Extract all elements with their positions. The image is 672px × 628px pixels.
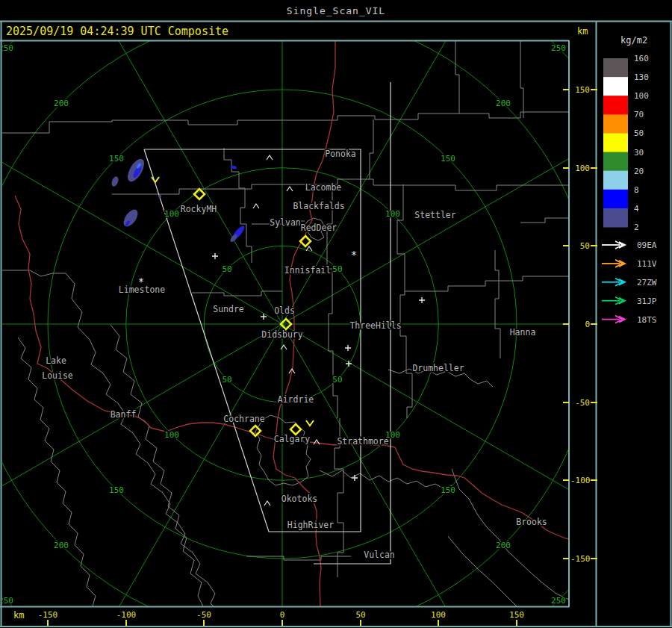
ring-label-50-ne: 50 <box>332 264 342 274</box>
ring-label-100-nw: 100 <box>164 209 179 219</box>
ring-label-100-sw: 100 <box>164 430 179 440</box>
county-boundary <box>2 270 66 276</box>
city-label-highriver: HighRiver <box>287 520 334 530</box>
precip-echo <box>158 195 161 198</box>
city-label-reddeer: RedDeer <box>301 223 337 233</box>
site-vee-marker[interactable] <box>306 420 314 426</box>
city-label-banff: Banff <box>111 409 137 420</box>
city-label-okotoks: Okotoks <box>281 494 317 504</box>
site-arrow-label-111V: 111V <box>637 259 657 269</box>
legend-color-box-1 <box>603 77 628 96</box>
town-marker-caret <box>253 204 259 208</box>
bottom-axis-label-50: 50 <box>355 610 365 620</box>
right-axis-label-50: 50 <box>570 241 590 251</box>
city-label-didsbury: Didsbury <box>261 329 302 340</box>
right-axis-label-0: 0 <box>570 320 590 329</box>
legend-color-box-0 <box>603 58 628 78</box>
county-boundary <box>405 276 569 291</box>
city-label-drumheller: Drumheller <box>412 363 464 373</box>
town-marker-plus <box>212 253 218 259</box>
site-vee-marker[interactable] <box>152 177 159 182</box>
right-axis-label--50: -50 <box>570 398 590 408</box>
ring-label-200-ne: 200 <box>496 99 511 108</box>
ring-label-250-sw: 250 <box>0 596 13 606</box>
county-boundary <box>397 184 412 418</box>
city-label-stettler: Stettler <box>414 210 455 220</box>
town-marker-plus <box>345 345 351 351</box>
ring-label-50-se: 50 <box>332 375 342 385</box>
city-label-sylvan: Sylvan <box>270 217 301 228</box>
ring-label-100-ne: 100 <box>385 209 400 219</box>
ring-label-200-se: 200 <box>496 541 511 550</box>
county-boundary <box>320 470 452 489</box>
right-axis-label-150: 150 <box>570 85 590 95</box>
town-marker-caret <box>314 440 320 444</box>
city-label-calgary: Calgary <box>274 434 311 444</box>
city-label-vulcan: Vulcan <box>364 550 395 560</box>
ring-label-250-nw: 250 <box>0 43 13 53</box>
county-boundary <box>255 415 311 485</box>
legend-color-box-2 <box>603 96 628 115</box>
legend-color-box-6 <box>603 171 628 190</box>
town-marker-caret <box>306 246 312 251</box>
county-boundary <box>455 41 459 114</box>
ring-label-150-se: 150 <box>441 485 455 495</box>
right-axis-label-100: 100 <box>570 164 590 173</box>
bottom-axis-label--100: -100 <box>116 610 137 620</box>
ring-label-150-sw: 150 <box>109 485 124 495</box>
town-marker-caret <box>287 187 293 191</box>
county-boundary <box>224 148 252 263</box>
county-boundary <box>111 325 203 606</box>
legend-unit-label: kg/m2 <box>620 35 647 46</box>
city-label-lake: Lake <box>46 355 66 366</box>
precip-echo <box>111 175 119 187</box>
legend-scale-value-8: 8 <box>634 185 639 195</box>
bottom-axis-label-150: 150 <box>509 610 524 620</box>
city-label-threehills: ThreeHills <box>349 320 401 331</box>
radial-line-60deg <box>282 324 506 628</box>
ring-label-150-ne: 150 <box>441 154 455 164</box>
city-label-cochrane: Cochrane <box>223 414 264 424</box>
precip-echo <box>121 207 140 228</box>
bottom-axis-label-100: 100 <box>431 610 446 620</box>
ring-label-50-sw: 50 <box>222 375 231 385</box>
legend-scale-value-20: 20 <box>634 167 644 176</box>
window-title: Single_Scan_VIL <box>0 5 672 16</box>
ring-label-250-se: 250 <box>551 596 566 606</box>
bottom-axis-label--150: -150 <box>38 610 58 620</box>
right-axis-label--150: -150 <box>570 554 590 564</box>
legend-color-box-4 <box>603 133 628 152</box>
legend-scale-value-160: 160 <box>634 54 649 63</box>
legend-scale-value-4: 4 <box>634 204 639 214</box>
county-boundary <box>495 250 500 358</box>
bottom-axis-unit-label: km <box>13 610 24 621</box>
town-marker-star: * <box>351 249 357 261</box>
city-label-olds: Olds <box>274 305 295 316</box>
legend-scale-value-130: 130 <box>634 72 649 82</box>
radial-line-240deg <box>58 0 282 324</box>
town-marker-plus <box>352 475 358 481</box>
city-label-blackfalds: Blackfalds <box>293 201 344 211</box>
bottom-axis-label--50: -50 <box>196 610 211 620</box>
county-boundary <box>66 273 215 606</box>
right-axis-unit-label: km <box>577 26 588 37</box>
ring-label-250-ne: 250 <box>551 43 566 53</box>
town-marker-caret <box>267 155 273 160</box>
radar-site-marker[interactable] <box>290 424 301 435</box>
ring-label-200-sw: 200 <box>54 541 69 550</box>
city-label-limestone: Limestone <box>119 285 165 295</box>
legend-scale-value-70: 70 <box>634 110 644 119</box>
city-label-strathmore: Strathmore <box>337 436 388 447</box>
county-boundary <box>2 112 569 133</box>
county-boundary <box>192 291 282 296</box>
city-label-sundre: Sundre <box>213 304 244 314</box>
county-boundary <box>520 218 569 223</box>
legend-color-box-5 <box>603 152 628 172</box>
town-marker-caret <box>281 345 287 349</box>
legend-scale-value-2: 2 <box>634 223 639 232</box>
ring-label-150-nw: 150 <box>109 154 124 164</box>
legend-scale-value-30: 30 <box>634 148 644 158</box>
ring-label-50-nw: 50 <box>222 264 231 274</box>
legend-color-box-8 <box>603 208 628 228</box>
town-marker-caret <box>264 501 270 506</box>
